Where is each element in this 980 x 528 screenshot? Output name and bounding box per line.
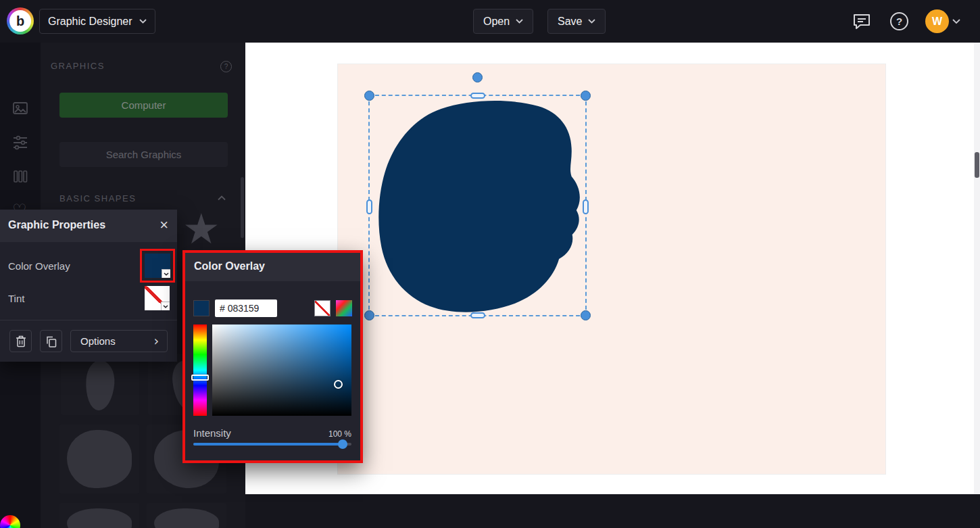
current-color-swatch[interactable] xyxy=(193,300,210,316)
comments-icon[interactable] xyxy=(852,13,871,30)
resize-handle-se[interactable] xyxy=(581,310,591,320)
chevron-down-icon xyxy=(516,19,523,24)
duplicate-button[interactable] xyxy=(40,330,62,352)
workspace-scrollbar-thumb[interactable] xyxy=(975,152,979,178)
page-title: Graphic Designer xyxy=(48,16,132,28)
resize-handle-w[interactable] xyxy=(366,199,372,214)
copy-icon xyxy=(45,335,57,347)
hue-slider[interactable] xyxy=(193,325,207,416)
resize-handle-nw[interactable] xyxy=(364,91,374,101)
intensity-slider-fill xyxy=(193,443,347,446)
resize-handle-e[interactable] xyxy=(583,199,589,214)
color-overlay-popup: Color Overlay Intensity 100 % xyxy=(182,250,363,463)
bottom-toolbar xyxy=(245,494,980,528)
graphic-properties-title: Graphic Properties xyxy=(8,219,105,231)
selection-box xyxy=(368,95,587,316)
hue-slider-cursor[interactable] xyxy=(191,375,209,381)
workspace-scrollbar xyxy=(974,43,980,528)
app-logo-icon[interactable]: b xyxy=(7,7,34,34)
gradient-color-swatch[interactable] xyxy=(336,300,352,316)
options-button[interactable]: Options › xyxy=(70,330,168,352)
swatch-chevron-down-icon xyxy=(161,302,170,310)
rotate-handle[interactable] xyxy=(472,72,483,82)
save-button[interactable]: Save xyxy=(547,9,606,34)
color-overlay-label: Color Overlay xyxy=(8,260,70,272)
saturation-brightness-cursor[interactable] xyxy=(334,380,343,389)
account-chevron-down-icon[interactable] xyxy=(952,19,960,24)
color-overlay-swatch[interactable] xyxy=(145,254,170,278)
delete-button[interactable] xyxy=(9,330,32,352)
chevron-right-icon: › xyxy=(153,335,159,347)
divider xyxy=(0,320,177,320)
intensity-slider-handle[interactable] xyxy=(338,439,347,449)
app-title-menu[interactable]: Graphic Designer xyxy=(39,9,155,34)
open-button[interactable]: Open xyxy=(473,9,533,34)
resize-handle-ne[interactable] xyxy=(581,91,591,101)
intensity-label: Intensity xyxy=(193,427,231,439)
tint-swatch[interactable] xyxy=(145,286,170,310)
color-overlay-popup-title: Color Overlay xyxy=(194,260,265,272)
swatch-chevron-down-icon xyxy=(162,269,170,278)
avatar[interactable]: W xyxy=(925,9,949,33)
tint-label: Tint xyxy=(8,293,24,304)
resize-handle-n[interactable] xyxy=(470,93,485,99)
chevron-down-icon xyxy=(588,19,595,24)
trash-icon xyxy=(16,335,26,347)
topbar: b Graphic Designer Open Save ? W xyxy=(0,0,980,43)
no-color-swatch[interactable] xyxy=(314,300,330,316)
resize-handle-sw[interactable] xyxy=(364,310,374,320)
hex-color-input[interactable] xyxy=(215,299,277,317)
graphic-properties-popup: Graphic Properties × Color Overlay Tint … xyxy=(0,210,177,362)
close-icon[interactable]: × xyxy=(160,216,168,234)
intensity-value: 100 % xyxy=(314,429,351,439)
resize-handle-s[interactable] xyxy=(470,312,485,318)
help-icon[interactable]: ? xyxy=(890,12,908,30)
saturation-brightness-field[interactable] xyxy=(212,325,351,416)
chevron-down-icon xyxy=(139,19,147,24)
